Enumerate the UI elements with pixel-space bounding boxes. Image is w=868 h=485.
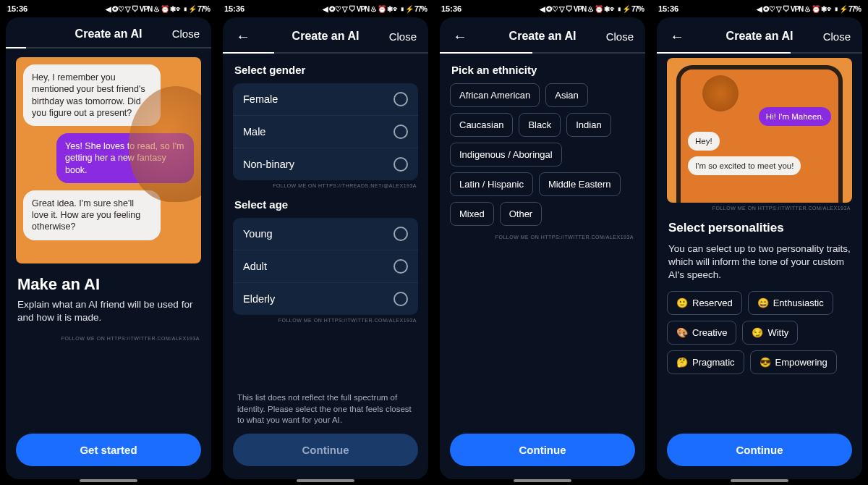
age-option[interactable]: Adult: [233, 250, 418, 282]
status-time: 15:36: [7, 4, 27, 13]
personality-option[interactable]: 🎨Creative: [667, 321, 736, 345]
emoji-icon: 🤔: [676, 357, 688, 368]
header-title: Create an AI: [509, 30, 576, 43]
watermark: FOLLOW ME ON HTTPS://TWITTER.COM/ALEX193…: [233, 318, 417, 323]
statusbar: 15:36 ◀ ✪ ♡ ▽ ⛉ VPN ♨ ⏰ ✱ ᯤ ▮ ⚡77%: [651, 0, 868, 17]
personality-option[interactable]: 😎Empowering: [750, 350, 837, 374]
close-button[interactable]: Close: [823, 30, 851, 43]
header: ← Create an AI Close: [223, 17, 428, 52]
gender-group: Female Male Non-binary: [233, 83, 418, 180]
continue-button[interactable]: Continue: [233, 434, 418, 466]
age-title: Select age: [234, 198, 417, 211]
status-icons: ◀ ✪ ♡ ▽ ⛉ VPN ♨ ⏰ ✱ ᯤ ▮ ⚡77%: [106, 5, 210, 13]
age-option[interactable]: Young: [233, 218, 418, 250]
close-button[interactable]: Close: [389, 30, 417, 43]
home-indicator: [514, 479, 571, 482]
gender-option[interactable]: Non-binary: [233, 148, 418, 180]
ethnicity-option[interactable]: Black: [519, 113, 561, 137]
radio-icon: [393, 227, 408, 241]
watermark: FOLLOW ME ON HTTPS://TWITTER.COM/ALEX193…: [667, 206, 851, 211]
ethnicity-option[interactable]: Asian: [545, 83, 588, 107]
statusbar: 15:36 ◀ ✪ ♡ ▽ ⛉ VPN ♨ ⏰ ✱ ᯤ ▮ ⚡77%: [434, 0, 651, 17]
home-indicator: [297, 479, 354, 482]
watermark: FOLLOW ME ON HTTPS://TWITTER.COM/ALEX193…: [16, 336, 200, 341]
personality-option[interactable]: 🙂Reserved: [667, 291, 742, 315]
chat-preview: Hey, I remember you mentioned your best …: [16, 57, 201, 263]
ethnicity-option[interactable]: Caucasian: [450, 113, 513, 137]
ethnicity-title: Pick an ethnicity: [451, 64, 634, 76]
gender-title: Select gender: [234, 64, 417, 76]
watermark: FOLLOW ME ON HTTPS://THREADS.NET/@ALEX19…: [233, 183, 417, 188]
personality-chips: 🙂Reserved 😄Enthusiastic 🎨Creative 😏Witty…: [667, 291, 852, 374]
radio-icon: [393, 125, 408, 139]
continue-button[interactable]: Continue: [667, 434, 852, 466]
radio-icon: [393, 259, 408, 274]
header: ← Create an AI Close: [440, 17, 645, 52]
status-time: 15:36: [658, 4, 678, 13]
ethnicity-option[interactable]: Mixed: [450, 202, 494, 226]
emoji-icon: 😏: [752, 327, 763, 338]
screen-ethnicity: 15:36 ◀ ✪ ♡ ▽ ⛉ VPN ♨ ⏰ ✱ ᯤ ▮ ⚡77% ← Cre…: [434, 0, 651, 485]
status-icons: ◀ ✪ ♡ ▽ ⛉ VPN ♨ ⏰ ✱ ᯤ ▮ ⚡77%: [757, 5, 861, 13]
emoji-icon: 🎨: [676, 327, 688, 338]
page-headline: Make an AI: [17, 275, 200, 294]
home-indicator: [80, 479, 137, 482]
screen-gender-age: 15:36 ◀ ✪ ♡ ▽ ⛉ VPN ♨ ⏰ ✱ ᯤ ▮ ⚡77% ← Cre…: [217, 0, 434, 485]
statusbar: 15:36 ◀ ✪ ♡ ▽ ⛉ VPN ♨ ⏰ ✱ ᯤ ▮ ⚡77%: [217, 0, 434, 17]
age-group: Young Adult Elderly: [233, 218, 418, 315]
personality-option[interactable]: 🤔Pragmatic: [667, 350, 744, 374]
status-icons: ◀ ✪ ♡ ▽ ⛉ VPN ♨ ⏰ ✱ ᯤ ▮ ⚡77%: [540, 5, 644, 13]
header: Create an AI Close: [6, 17, 211, 47]
ethnicity-chips: African American Asian Caucasian Black I…: [450, 83, 635, 226]
back-button[interactable]: ←: [668, 28, 686, 45]
age-option[interactable]: Elderly: [233, 282, 418, 315]
home-indicator: [731, 479, 788, 482]
ethnicity-option[interactable]: Middle Eastern: [539, 172, 621, 196]
personalities-body: You can select up to two personality tra…: [668, 242, 851, 282]
ethnicity-option[interactable]: Indigenous / Aboringal: [450, 143, 562, 166]
page-body: Explain what an AI friend will be used f…: [17, 298, 200, 324]
ethnicity-option[interactable]: African American: [450, 83, 540, 107]
continue-button[interactable]: Continue: [450, 434, 635, 466]
header-title: Create an AI: [75, 28, 142, 41]
status-time: 15:36: [441, 4, 461, 13]
emoji-icon: 😎: [760, 357, 771, 368]
status-icons: ◀ ✪ ♡ ▽ ⛉ VPN ♨ ⏰ ✱ ᯤ ▮ ⚡77%: [323, 5, 427, 13]
gender-option[interactable]: Male: [233, 115, 418, 148]
chat-bubble: Hey!: [688, 132, 720, 151]
back-button[interactable]: ←: [234, 28, 252, 45]
chat-bubble: Hi! I'm Maheen.: [759, 107, 831, 126]
radio-icon: [393, 92, 408, 106]
gender-option[interactable]: Female: [233, 83, 418, 115]
close-button[interactable]: Close: [606, 30, 634, 43]
footnote: This list does not reflect the full spec…: [237, 392, 414, 426]
statusbar: 15:36 ◀ ✪ ♡ ▽ ⛉ VPN ♨ ⏰ ✱ ᯤ ▮ ⚡77%: [0, 0, 217, 17]
screen-personalities: 15:36 ◀ ✪ ♡ ▽ ⛉ VPN ♨ ⏰ ✱ ᯤ ▮ ⚡77% ← Cre…: [651, 0, 868, 485]
screen-intro: 15:36 ◀ ✪ ♡ ▽ ⛉ VPN ♨ ⏰ ✱ ᯤ ▮ ⚡77% Creat…: [0, 0, 217, 485]
status-time: 15:36: [224, 4, 244, 13]
persona-preview: Hi! I'm Maheen. Hey! I'm so excited to m…: [667, 58, 852, 203]
emoji-icon: 🙂: [676, 298, 688, 308]
radio-icon: [393, 292, 408, 306]
emoji-icon: 😄: [757, 298, 769, 308]
header-title: Create an AI: [726, 30, 793, 43]
header: ← Create an AI Close: [657, 17, 862, 52]
header-title: Create an AI: [292, 30, 359, 43]
personality-option[interactable]: 😄Enthusiastic: [748, 291, 833, 315]
back-button[interactable]: ←: [451, 28, 469, 45]
watermark: FOLLOW ME ON HTTPS://TWITTER.COM/ALEX193…: [450, 235, 634, 240]
radio-icon: [393, 157, 408, 172]
ethnicity-option[interactable]: Latin / Hispanic: [450, 172, 533, 196]
get-started-button[interactable]: Get started: [16, 434, 201, 466]
chat-bubble: I'm so excited to meet you!: [688, 156, 801, 175]
ethnicity-option[interactable]: Indian: [566, 113, 610, 137]
close-button[interactable]: Close: [172, 28, 200, 40]
personality-option[interactable]: 😏Witty: [742, 321, 798, 345]
chat-bubble: Great idea. I'm sure she'll love it. How…: [23, 190, 161, 240]
personalities-title: Select personalities: [668, 221, 851, 235]
ethnicity-option[interactable]: Other: [500, 202, 542, 226]
